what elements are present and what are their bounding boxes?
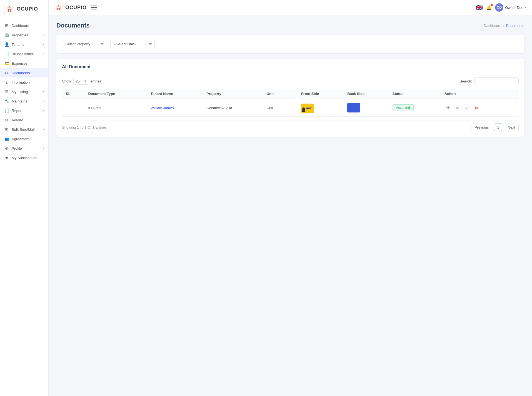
avatar-initials: OD: [497, 6, 502, 9]
sidebar-label-properties: Properties: [12, 33, 40, 37]
sidebar-logo: OCUPIO: [0, 0, 48, 18]
sidebar-label-bulk-sms: Bulk Sms/Mail: [12, 127, 40, 132]
approve-icon[interactable]: ✓: [463, 104, 471, 111]
sidebar-item-bulk-sms[interactable]: ✉ Bulk Sms/Mail ▾: [0, 125, 48, 134]
back-side-thumb[interactable]: [347, 103, 360, 112]
list-icon: ☰: [4, 89, 9, 94]
user-circle-icon: ⊙: [4, 146, 9, 151]
table-controls: Show 25 10 50 100 entries Search:: [62, 77, 519, 85]
bar-chart-icon: 📊: [4, 108, 9, 113]
cell-front-side: [297, 99, 343, 117]
pagination-info: Showing 1 To 1 Of 1 Entries: [62, 125, 107, 129]
file-icon: 🗂: [4, 71, 9, 75]
col-property: Property: [203, 89, 263, 99]
sidebar-item-my-subscription[interactable]: ★ My Subscription: [0, 153, 48, 162]
sidebar-label-maintains: Maintains: [12, 99, 40, 103]
delete-icon[interactable]: 🗑: [473, 104, 480, 111]
sidebar-item-profile[interactable]: ⊙ Profile ▾: [0, 144, 48, 153]
settings-icon: ⚙: [4, 118, 9, 122]
sidebar-item-documents[interactable]: 🗂 Documents: [0, 68, 48, 77]
documents-table: SL Document Type Tenant Name Property Un…: [62, 89, 519, 117]
hamburger-button[interactable]: [91, 6, 97, 9]
nav-logo-text: OCUPIO: [65, 5, 87, 11]
front-side-thumb[interactable]: [301, 102, 315, 113]
breadcrumb: Dashboard › Documents: [484, 24, 524, 28]
table-body: 1 ID Card William James Oceanview Villa …: [62, 99, 519, 117]
sidebar-label-tenants: Tenants: [12, 42, 40, 47]
cell-doc-type: ID Card: [84, 99, 146, 117]
chevron-down-icon: ▾: [43, 109, 44, 112]
sidebar-nav: ⊞ Dashboard 🏢 Properties ▾ 👤 Tenants ▾ 📄…: [0, 18, 48, 165]
table-row: 1 ID Card William James Oceanview Villa …: [62, 99, 519, 117]
avatar: OD: [495, 3, 503, 12]
sidebar-item-my-listing[interactable]: ☰ My Listing ▾: [0, 87, 48, 96]
sidebar-label-my-subscription: My Subscription: [12, 156, 44, 160]
file-text-icon: 📄: [4, 52, 9, 56]
cell-property: Oceanview Villa: [203, 99, 263, 117]
credit-card-icon: 💳: [4, 61, 9, 66]
sidebar-label-documents: Documents: [12, 71, 44, 75]
info-icon: ℹ: [4, 80, 9, 84]
sidebar-item-tenants[interactable]: 👤 Tenants ▾: [0, 40, 48, 49]
notification-badge: [491, 4, 493, 6]
sidebar-label-expenses: Expenses: [12, 61, 44, 66]
user-dropdown-chevron-icon: ▾: [525, 6, 526, 9]
chevron-down-icon: ▾: [43, 128, 44, 131]
sidebar-item-information[interactable]: ℹ Information: [0, 77, 48, 87]
breadcrumb-current: Documents: [506, 24, 524, 28]
building-icon: 🏢: [4, 33, 9, 37]
status-badge: Accepted: [393, 104, 414, 111]
pagination-area: Showing 1 To 1 Of 1 Entries Previous 1 N…: [62, 121, 519, 131]
entries-count-select[interactable]: 25 10 50 100: [73, 78, 88, 85]
users-icon: 👥: [4, 137, 9, 141]
sidebar-item-expenses[interactable]: 💳 Expenses: [0, 59, 48, 68]
topnav: OCUPIO 🇬🇧 🔔 OD Owner Doe ▾: [49, 0, 532, 15]
cell-unit: UNIT 1: [263, 99, 297, 117]
sidebar-item-agreement[interactable]: 👥 Agreement: [0, 134, 48, 144]
next-page-button[interactable]: Next: [504, 124, 519, 131]
user-icon: 👤: [4, 42, 9, 47]
cell-sl: 1: [62, 99, 84, 117]
filter-card: Select Property --Select Unit--: [56, 35, 524, 53]
svg-rect-2: [9, 10, 10, 12]
sidebar-item-ayarlar[interactable]: ⚙ Ayarlar: [0, 115, 48, 125]
previous-page-button[interactable]: Previous: [471, 124, 493, 131]
show-entries-control: Show 25 10 50 100 entries: [62, 78, 101, 85]
nav-logo-icon: [54, 3, 63, 12]
language-flag-icon[interactable]: 🇬🇧: [476, 4, 483, 11]
sidebar-label-agreement: Agreement: [12, 137, 44, 141]
cell-status: Accepted: [389, 99, 441, 117]
action-icons: 👁 ✉ ✓ 🗑: [444, 104, 515, 111]
search-label: Search:: [459, 79, 472, 83]
sidebar-item-billing[interactable]: 📄 Billing Center ▾: [0, 49, 48, 59]
sidebar-item-report[interactable]: 📊 Report ▾: [0, 106, 48, 115]
sidebar-item-dashboard[interactable]: ⊞ Dashboard: [0, 21, 48, 30]
col-status: Status: [389, 89, 441, 99]
table-head: SL Document Type Tenant Name Property Un…: [62, 89, 519, 99]
chevron-down-icon: ▾: [43, 52, 44, 56]
property-select[interactable]: Select Property: [62, 40, 106, 48]
col-action: Action: [441, 89, 519, 99]
user-dropdown[interactable]: OD Owner Doe ▾: [495, 3, 526, 12]
unit-select[interactable]: --Select Unit--: [110, 40, 155, 48]
sidebar-label-my-listing: My Listing: [12, 90, 40, 94]
breadcrumb-home[interactable]: Dashboard: [484, 24, 501, 28]
view-icon[interactable]: 👁: [444, 104, 452, 111]
topnav-right: 🇬🇧 🔔 OD Owner Doe ▾: [476, 3, 526, 12]
notification-bell-icon[interactable]: 🔔: [486, 5, 492, 10]
edit-icon[interactable]: ✉: [454, 104, 461, 111]
sidebar: OCUPIO ⊞ Dashboard 🏢 Properties ▾ 👤 Tena…: [0, 0, 49, 396]
logo-text: OCUPIO: [17, 6, 38, 12]
star-icon: ★: [4, 156, 9, 160]
cell-back-side: [343, 99, 388, 117]
cell-tenant-name: William James: [147, 99, 203, 117]
sidebar-item-properties[interactable]: 🏢 Properties ▾: [0, 30, 48, 40]
sidebar-item-maintains[interactable]: 🔧 Maintains ▾: [0, 96, 48, 106]
table-header-row: SL Document Type Tenant Name Property Un…: [62, 89, 519, 99]
sidebar-label-ayarlar: Ayarlar: [12, 118, 44, 122]
sidebar-label-information: Information: [12, 80, 44, 84]
chevron-down-icon: ▾: [43, 147, 44, 150]
breadcrumb-separator: ›: [503, 24, 504, 28]
logo-icon: [4, 4, 14, 14]
search-input[interactable]: [474, 77, 519, 85]
